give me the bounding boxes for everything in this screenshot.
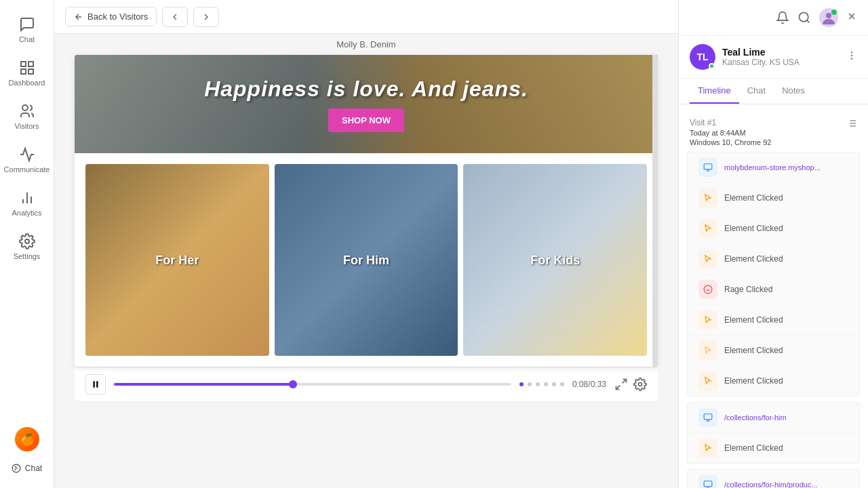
visit-info: Visit #1 Today at 8:44AM Windows 10, Chr… [679,113,868,152]
user-avatar[interactable]: 🍊 [15,427,39,451]
time-display: 0:08/0:33 [572,380,606,389]
scroll-bar[interactable] [652,55,658,367]
search-icon[interactable] [797,11,811,24]
sidebar-item-visitors[interactable]: Visitors [3,98,52,136]
svg-point-20 [831,9,837,15]
rage-icon [698,280,717,299]
timeline-click-7: Element Clicked [688,433,859,463]
svg-rect-2 [21,69,26,74]
timeline-page-visit-3: /collections/for-him/produc... [688,470,859,488]
bottom-chat-icon [12,464,21,473]
svg-line-17 [807,20,810,23]
tab-notes-label: Notes [782,85,805,96]
timeline-page-visit-1: molybdenum-store.myshop... [688,152,859,183]
category-kids: For Kids [463,164,647,356]
chevron-left-icon [170,12,180,22]
arrow-left-icon [74,12,83,22]
progress-dots [519,382,564,386]
site-label: Molly B. Denim [336,39,395,49]
chat-icon [19,16,35,33]
communicate-icon [19,146,35,163]
close-icon [846,11,857,22]
tab-timeline[interactable]: Timeline [690,79,739,104]
page-icon-2 [698,408,717,427]
shop-now-button[interactable]: SHOP NOW [328,108,404,132]
svg-point-19 [826,13,831,18]
video-frame: Happiness is love. And jeans. SHOP NOW F… [75,55,658,367]
timeline-click-3: Element Clicked [688,244,859,274]
timeline-rage-label: Rage Clicked [724,285,772,294]
analytics-icon [19,190,35,206]
timeline-event-2: Element Clicked [724,224,783,233]
categories-section: For Her For Him For Kids [75,153,658,367]
sidebar-item-communicate-label: Communicate [4,165,50,174]
visit-time: Today at 8:44AM [690,129,771,137]
sidebar-item-settings[interactable]: Settings [3,228,52,266]
bottom-chat-button[interactable]: Chat [6,460,47,477]
time-total: 0:33 [591,380,606,389]
status-dot [709,63,715,69]
timeline-click-4: Element Clicked [688,305,859,336]
bottom-chat-label: Chat [25,464,42,473]
timeline-click-5: Element Clicked [688,336,859,366]
sidebar-item-chat-label: Chat [19,35,35,43]
visit-system: Windows 10, Chrome 92 [690,138,771,146]
visitor-avatar: TL [690,44,715,70]
svg-point-8 [25,239,29,243]
right-panel: TL Teal Lime Kansas City, KS USA Timelin… [678,0,868,488]
svg-rect-41 [704,481,712,487]
cursor-icon [703,315,713,325]
svg-rect-1 [28,62,33,66]
angry-icon [703,285,713,294]
sidebar-item-analytics[interactable]: Analytics [3,184,52,222]
category-him: For Him [275,164,458,356]
svg-point-4 [22,105,28,110]
svg-rect-32 [704,164,712,169]
control-icons [614,378,647,391]
nav-next-button[interactable] [193,7,219,27]
tab-chat[interactable]: Chat [739,79,774,104]
filter-button[interactable] [846,118,857,129]
cursor-icon [703,254,713,264]
page-icon [698,158,717,177]
timeline-event-5: Element Clicked [724,346,783,355]
svg-point-25 [851,58,852,59]
progress-dot [536,382,540,386]
settings-icon[interactable] [633,378,647,391]
sidebar-item-communicate[interactable]: Communicate [3,141,52,179]
cursor-icon [703,193,713,203]
close-button[interactable] [846,11,857,24]
sidebar-item-dashboard[interactable]: Dashboard [3,54,52,92]
page-icon-3 [698,475,717,488]
category-him-label: For Him [343,253,389,267]
sidebar-item-chat[interactable]: Chat [3,11,52,49]
cursor-icon-5 [698,341,717,360]
timeline-rage: Rage Clicked [688,274,859,305]
nav-prev-button[interactable] [162,7,188,27]
filter-icon [846,118,857,129]
progress-dot [519,382,524,386]
cursor-icon [703,376,713,386]
more-options-button[interactable] [846,50,857,64]
timeline-event-1: Element Clicked [724,193,783,203]
timeline-url-2: /collections/for-him [724,413,787,422]
svg-point-24 [851,55,852,56]
gear-icon [19,233,35,249]
panel-tabs: Timeline Chat Notes [679,79,868,104]
bell-icon[interactable] [776,11,789,24]
sidebar-item-visitors-label: Visitors [15,122,39,130]
panel-header [679,0,868,36]
timeline-group-3: /collections/for-him/produc... Product V… [687,469,860,488]
pause-button[interactable] [85,374,106,394]
tab-notes[interactable]: Notes [774,79,813,104]
timeline-click-2: Element Clicked [688,214,859,244]
fullscreen-icon[interactable] [614,378,628,391]
browser-icon [703,163,713,172]
progress-bar[interactable] [114,383,511,386]
cursor-icon-6 [698,371,717,390]
browser-icon-2 [703,413,713,422]
back-button[interactable]: Back to Visitors [65,7,157,26]
user-menu-icon[interactable] [819,8,838,27]
back-button-label: Back to Visitors [87,12,148,22]
progress-dot [528,382,532,386]
